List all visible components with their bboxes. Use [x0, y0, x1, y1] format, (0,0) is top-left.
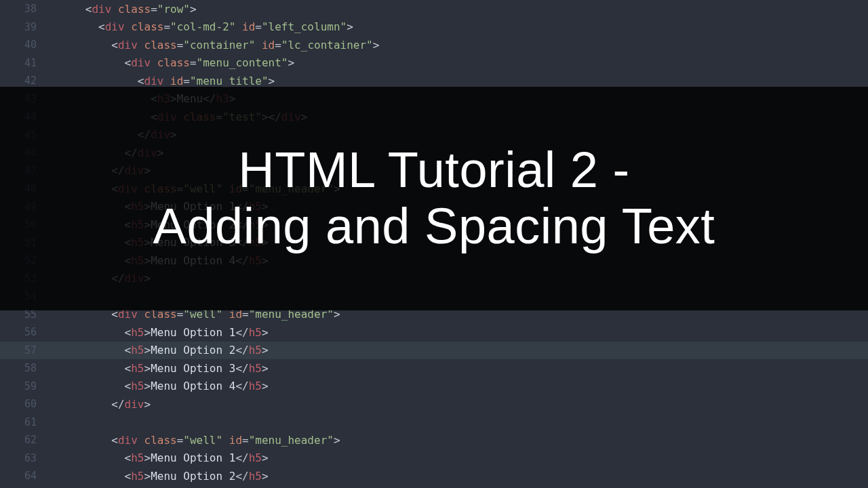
line-number: 40 — [0, 39, 46, 51]
code-content[interactable]: <h5>Menu Option 1</h5> — [46, 326, 269, 339]
line-number: 60 — [0, 398, 46, 410]
line-number: 42 — [0, 75, 46, 87]
line-number: 58 — [0, 362, 46, 374]
code-line[interactable]: 57 <h5>Menu Option 2</h5> — [0, 342, 868, 360]
line-number: 39 — [0, 21, 46, 33]
line-number: 61 — [0, 416, 46, 428]
code-line[interactable]: 39 <div class="col-md-2" id="left_column… — [0, 18, 868, 37]
code-content[interactable]: <h5>Menu Option 2</h5> — [46, 344, 269, 357]
code-line[interactable]: 64 <h5>Menu Option 2</h5> — [0, 467, 868, 485]
code-content[interactable]: <div class="well" id="menu_header"> — [46, 434, 340, 447]
code-line[interactable]: 61 — [0, 413, 868, 432]
code-content[interactable]: <h5>Menu Option 1</h5> — [46, 451, 269, 464]
line-number: 59 — [0, 380, 46, 392]
code-line[interactable]: 56 <h5>Menu Option 1</h5> — [0, 323, 868, 342]
code-content[interactable]: <h5>Menu Option 3</h5> — [46, 362, 269, 375]
line-number: 41 — [0, 57, 46, 69]
video-title: HTML Tutorial 2 - Adding and Spacing Tex… — [153, 142, 715, 255]
code-content[interactable]: <div id="menu_title"> — [46, 75, 275, 87]
code-content[interactable]: <div class="container" id="lc_container"… — [46, 39, 379, 52]
line-number: 64 — [0, 470, 46, 482]
code-line[interactable]: 63 <h5>Menu Option 1</h5> — [0, 449, 868, 468]
code-line[interactable]: 59 <h5>Menu Option 4</h5> — [0, 378, 868, 396]
line-number: 63 — [0, 452, 46, 464]
line-number: 38 — [0, 3, 46, 15]
title-overlay: HTML Tutorial 2 - Adding and Spacing Tex… — [0, 87, 868, 310]
code-line[interactable]: 41 <div class="menu_content"> — [0, 54, 868, 73]
code-content[interactable]: <div class="row"> — [46, 3, 197, 16]
title-line-2: Adding and Spacing Text — [153, 198, 715, 254]
code-content[interactable]: <div class="col-md-2" id="left_column"> — [46, 20, 353, 33]
code-line[interactable]: 58 <h5>Menu Option 3</h5> — [0, 359, 868, 378]
code-line[interactable]: 60 </div> — [0, 395, 868, 413]
code-line[interactable]: 40 <div class="container" id="lc_contain… — [0, 36, 868, 54]
code-content[interactable]: <h5>Menu Option 2</h5> — [46, 470, 269, 483]
code-content[interactable]: </div> — [46, 398, 151, 411]
code-line[interactable]: 62 <div class="well" id="menu_header"> — [0, 431, 868, 449]
code-line[interactable]: 38 <div class="row"> — [0, 0, 868, 18]
line-number: 57 — [0, 344, 46, 357]
line-number: 56 — [0, 326, 46, 338]
line-number: 62 — [0, 434, 46, 446]
code-content[interactable]: <h5>Menu Option 4</h5> — [46, 380, 269, 392]
title-line-1: HTML Tutorial 2 - — [238, 142, 629, 198]
code-content[interactable]: <div class="menu_content"> — [46, 56, 294, 69]
